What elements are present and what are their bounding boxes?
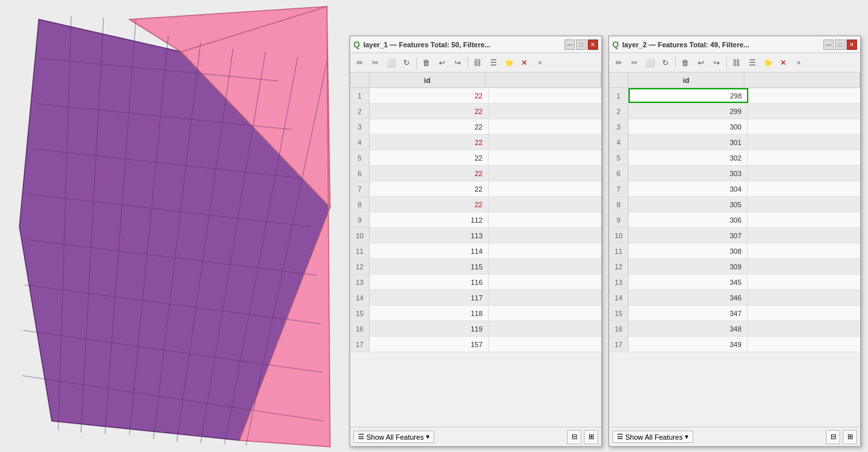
map-svg [0, 0, 343, 452]
table-row[interactable]: 12115 [350, 259, 601, 275]
tb2-redo-btn[interactable]: ↪ [709, 56, 724, 70]
table-row[interactable]: 5302 [609, 150, 860, 166]
row-num: 15 [609, 306, 629, 321]
tb-undo-btn[interactable]: ↩ [435, 56, 449, 70]
table-row[interactable]: 7304 [609, 181, 860, 197]
table-row[interactable]: 622 [350, 166, 601, 181]
tb-more-btn[interactable]: » [533, 56, 547, 70]
tb2-copy-btn[interactable]: ⬜ [643, 56, 657, 70]
table-row[interactable]: 15347 [609, 306, 860, 321]
table-row[interactable]: 322 [350, 119, 601, 135]
tb-delete-btn[interactable]: 🗑 [419, 56, 434, 70]
table-row[interactable]: 13116 [350, 275, 601, 290]
empty-cell [748, 166, 861, 181]
tb2-undo-btn[interactable]: ↩ [694, 56, 708, 70]
table1-grid-btn1[interactable]: ⊟ [567, 430, 581, 444]
row-num: 11 [350, 243, 370, 258]
id-cell: 305 [629, 197, 748, 212]
table-row[interactable]: 6303 [609, 166, 860, 181]
table1-maximize-btn[interactable]: □ [576, 40, 586, 50]
tb2-edit-btn[interactable]: ✏ [612, 56, 626, 70]
table-row[interactable]: 3300 [609, 119, 860, 135]
tb-x-btn[interactable]: ✕ [517, 56, 531, 70]
empty-cell [489, 243, 602, 258]
table-row[interactable]: 16348 [609, 321, 860, 337]
table-row[interactable]: 9112 [350, 212, 601, 228]
table-row[interactable]: 4301 [609, 135, 860, 150]
table-row[interactable]: 11308 [609, 243, 860, 259]
table-row[interactable]: 13345 [609, 275, 860, 290]
table1-show-features-btn[interactable]: ☰ Show All Features ▾ [353, 431, 434, 443]
row-num: 6 [609, 166, 629, 181]
table-row[interactable]: 522 [350, 150, 601, 166]
tb2-sep1 [675, 57, 676, 69]
table-row[interactable]: 17349 [609, 337, 860, 352]
table2-body[interactable]: 1298229933004301530263037304830593061030… [609, 88, 860, 427]
tb2-star-btn[interactable]: ⭐ [761, 56, 775, 70]
empty-cell [489, 150, 602, 165]
tb-table-btn[interactable]: ☰ [486, 56, 500, 70]
row-num: 9 [350, 212, 370, 227]
tb2-refresh-btn[interactable]: ↻ [658, 56, 673, 70]
row-num: 7 [350, 181, 370, 196]
tb-star-btn[interactable]: ⭐ [502, 56, 516, 70]
table-row[interactable]: 8305 [609, 197, 860, 212]
table-row[interactable]: 722 [350, 181, 601, 197]
table2-maximize-btn[interactable]: □ [835, 40, 845, 50]
tb-refresh-btn[interactable]: ↻ [399, 56, 414, 70]
table1-close-btn[interactable]: ✕ [588, 40, 598, 50]
table-row[interactable]: 14117 [350, 290, 601, 306]
table-row[interactable]: 10307 [609, 228, 860, 243]
table2-close-btn[interactable]: ✕ [847, 40, 857, 50]
table-row[interactable]: 9306 [609, 212, 860, 228]
tb2-link-btn[interactable]: ⛓ [729, 56, 744, 70]
table-row[interactable]: 1298 [609, 88, 860, 104]
tb2-cut-btn[interactable]: ✂ [627, 56, 641, 70]
table2-show-features-arrow: ▾ [685, 433, 689, 441]
id-cell: 119 [370, 321, 489, 336]
row-num: 13 [350, 275, 370, 289]
table-row[interactable]: 122 [350, 88, 601, 104]
table1-id-header[interactable]: id [370, 73, 485, 87]
id-cell: 302 [629, 150, 748, 165]
table2-show-features-btn[interactable]: ☰ Show All Features ▾ [612, 431, 693, 443]
table-row[interactable]: 822 [350, 197, 601, 212]
table-row[interactable]: 15118 [350, 306, 601, 321]
table2-minimize-btn[interactable]: — [823, 40, 834, 50]
table-row[interactable]: 222 [350, 104, 601, 119]
tb2-x-btn[interactable]: ✕ [776, 56, 790, 70]
table1-minimize-btn[interactable]: — [564, 40, 575, 50]
table-row[interactable]: 14346 [609, 290, 860, 306]
table1-empty-header [485, 73, 601, 87]
row-num: 7 [609, 181, 629, 196]
empty-cell [489, 228, 602, 243]
table-row[interactable]: 16119 [350, 321, 601, 337]
tb-redo-btn[interactable]: ↪ [451, 56, 465, 70]
tb2-more-btn[interactable]: » [792, 56, 806, 70]
table1-title: layer_1 — Features Total: 50, Filtere... [363, 41, 563, 49]
table2-icon: Q [612, 40, 619, 49]
row-num: 8 [609, 197, 629, 212]
table-row[interactable]: 2299 [609, 104, 860, 119]
table-row[interactable]: 12309 [609, 259, 860, 275]
table-row[interactable]: 11114 [350, 243, 601, 259]
tb-cut-btn[interactable]: ✂ [368, 56, 383, 70]
empty-cell [748, 337, 861, 352]
tb-edit-btn[interactable]: ✏ [353, 56, 367, 70]
table-row[interactable]: 10113 [350, 228, 601, 243]
id-cell: 346 [629, 290, 748, 305]
table-row[interactable]: 422 [350, 135, 601, 150]
table1-body[interactable]: 1222223224225226227228229112101131111412… [350, 88, 601, 427]
tb2-table-btn[interactable]: ☰ [745, 56, 759, 70]
table2-grid-btn2[interactable]: ⊞ [843, 430, 857, 444]
tb2-delete-btn[interactable]: 🗑 [678, 56, 693, 70]
table1-grid-btn2[interactable]: ⊞ [584, 430, 598, 444]
table2-grid-btn1[interactable]: ⊟ [826, 430, 840, 444]
table2-id-header[interactable]: id [629, 73, 744, 87]
table-row[interactable]: 17157 [350, 337, 601, 352]
empty-cell [748, 212, 861, 227]
empty-cell [748, 259, 861, 274]
map-area [0, 0, 343, 452]
tb-link-btn[interactable]: ⛓ [471, 56, 485, 70]
tb-copy-btn[interactable]: ⬜ [384, 56, 398, 70]
